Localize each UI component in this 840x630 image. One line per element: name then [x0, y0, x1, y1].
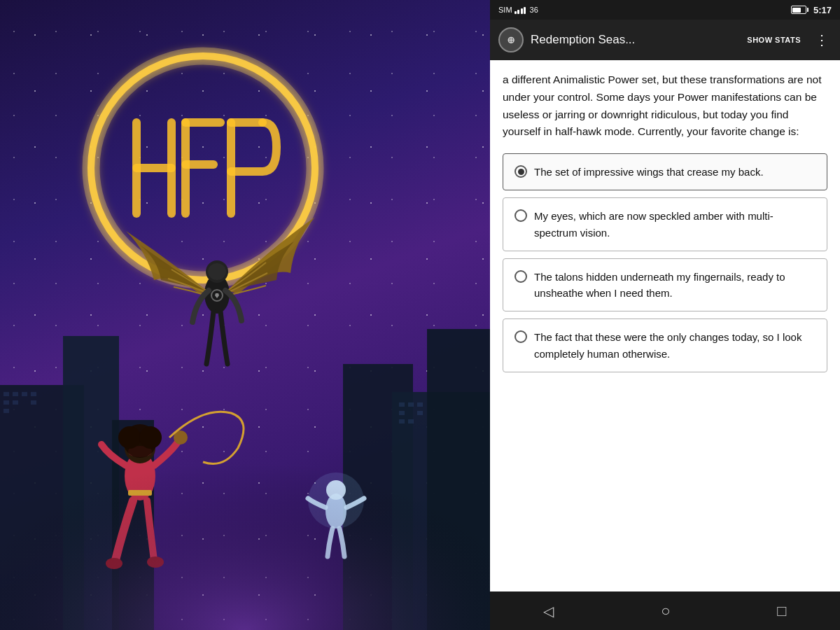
choice-text-2: My eyes, which are now speckled amber wi…: [534, 208, 816, 241]
signal-bar-3: [521, 8, 523, 14]
status-bar: SIM 36 5:17: [490, 0, 840, 20]
battery-fill: [792, 8, 801, 13]
status-bar-left: SIM 36: [498, 6, 787, 14]
story-content[interactable]: a different Animalistic Power set, but t…: [490, 60, 840, 592]
choice-text-1: The set of impressive wings that crease …: [534, 164, 764, 180]
choice-option-2[interactable]: My eyes, which are now speckled amber wi…: [503, 197, 827, 251]
show-stats-button[interactable]: SHOW STATS: [743, 33, 805, 47]
phone-panel: SIM 36 5:17 ⊕ Redemption Seas... SHOW ST…: [490, 0, 840, 630]
nav-back-button[interactable]: ◁: [529, 597, 568, 625]
choice-text-3: The talons hidden underneath my fingerna…: [534, 269, 816, 302]
stars-background: [0, 0, 490, 630]
app-logo: ⊕: [498, 27, 524, 52]
nav-recent-button[interactable]: □: [763, 596, 800, 626]
more-menu-icon[interactable]: ⋮: [812, 29, 832, 51]
choice-option-4[interactable]: The fact that these were the only change…: [503, 318, 827, 372]
signal-bar-4: [524, 7, 526, 14]
choice-option-3[interactable]: The talons hidden underneath my fingerna…: [503, 258, 827, 312]
choice-text-4: The fact that these were the only change…: [534, 329, 816, 362]
radio-button-1[interactable]: [514, 165, 527, 178]
app-logo-text: ⊕: [507, 34, 515, 46]
signal-bar-2: [517, 10, 519, 14]
battery-shape: [791, 6, 806, 14]
sim-icon: SIM: [498, 6, 512, 14]
signal-bar-1: [514, 11, 517, 14]
signal-icon: [514, 6, 527, 14]
app-title: Redemption Seas...: [531, 33, 736, 47]
radio-button-2[interactable]: [514, 209, 527, 222]
app-bar: ⊕ Redemption Seas... SHOW STATS ⋮: [490, 20, 840, 60]
choice-option-1[interactable]: The set of impressive wings that crease …: [503, 153, 827, 190]
battery-icon: [791, 6, 806, 14]
radio-button-4[interactable]: [514, 330, 527, 343]
comic-art-panel: [0, 0, 490, 630]
nav-bar: ◁ ○ □: [490, 592, 840, 630]
radio-button-3[interactable]: [514, 270, 527, 283]
signal-strength: 36: [530, 6, 538, 14]
nav-home-button[interactable]: ○: [647, 596, 684, 626]
status-time: 5:17: [813, 5, 832, 15]
story-body-text: a different Animalistic Power set, but t…: [503, 71, 827, 141]
